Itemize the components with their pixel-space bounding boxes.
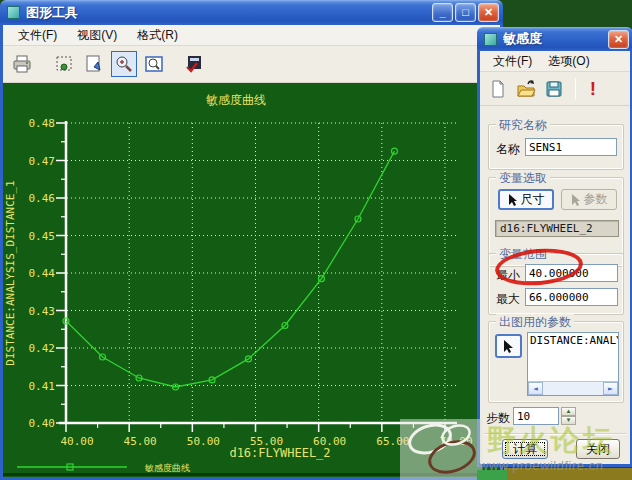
plot-params-group-label: 出图用的参数 — [496, 314, 574, 331]
dialog-close-button[interactable]: ✕ — [608, 30, 629, 49]
name-label: 名称 — [496, 141, 520, 158]
dialog-title: 敏感度 — [503, 30, 606, 48]
max-label: 最大 — [496, 291, 520, 308]
screen: 图形工具 _ □ ✕ 文件(F) 视图(V) 格式(R) — [0, 0, 632, 480]
plot-params-listbox[interactable]: DISTANCE:ANALY ◄ ► — [527, 332, 619, 396]
spin-up-icon[interactable]: ▲ — [561, 407, 576, 416]
svg-text:0.46: 0.46 — [29, 192, 56, 205]
save-icon[interactable] — [542, 77, 566, 101]
graph-menubar: 文件(F) 视图(V) 格式(R) — [3, 25, 500, 46]
dialog-icon — [484, 33, 497, 46]
zoom-in-icon[interactable] — [111, 51, 137, 77]
max-value-input[interactable] — [525, 288, 618, 306]
watermark-band — [477, 470, 507, 480]
new-file-icon[interactable] — [486, 77, 510, 101]
graph-window-body: 文件(F) 视图(V) 格式(R) — [0, 25, 503, 480]
compute-button[interactable]: 计算 — [502, 439, 548, 459]
sensitivity-dialog: 敏感度 ✕ 文件(F) 选项(O) ! — [477, 27, 632, 467]
select-parameter-button[interactable] — [495, 334, 522, 358]
parameter-button[interactable]: 参数 — [561, 189, 617, 210]
plot-params-group: 出图用的参数 DISTANCE:ANALY ◄ ► — [488, 321, 624, 403]
dialog-menu-file[interactable]: 文件(F) — [486, 51, 539, 72]
menu-file[interactable]: 文件(F) — [9, 25, 66, 46]
svg-text:70.00: 70.00 — [439, 435, 472, 448]
svg-text:45.00: 45.00 — [124, 435, 157, 448]
dimension-button[interactable]: 尺寸 — [498, 189, 554, 210]
svg-text:50.00: 50.00 — [187, 435, 220, 448]
svg-text:0.48: 0.48 — [29, 117, 56, 130]
list-item[interactable]: DISTANCE:ANALY — [528, 333, 618, 348]
svg-text:0.43: 0.43 — [29, 305, 56, 318]
open-folder-icon[interactable] — [514, 77, 538, 101]
grid-select-icon[interactable] — [51, 51, 77, 77]
menu-view[interactable]: 视图(V) — [68, 25, 126, 46]
steps-spinner: ▲ ▼ — [561, 407, 576, 425]
execute-icon[interactable]: ! — [581, 77, 605, 101]
close-button[interactable]: ✕ — [478, 3, 499, 22]
edit-sheet-icon[interactable] — [81, 51, 107, 77]
export-check-icon[interactable] — [181, 51, 207, 77]
toolbar-separator — [575, 78, 576, 100]
dialog-menubar: 文件(F) 选项(O) — [480, 51, 630, 72]
zoom-window-icon[interactable] — [141, 51, 167, 77]
scroll-right-icon[interactable]: ► — [603, 382, 618, 395]
variable-select-group-label: 变量选取 — [496, 170, 550, 187]
graph-window-title: 图形工具 — [26, 4, 430, 22]
dialog-titlebar[interactable]: 敏感度 ✕ — [477, 27, 632, 51]
svg-text:DISTANCE:ANALYSIS_DISTANCE_1: DISTANCE:ANALYSIS_DISTANCE_1 — [4, 180, 17, 365]
min-label: 最小 — [496, 267, 520, 284]
minimize-button[interactable]: _ — [432, 3, 453, 22]
svg-text:0.41: 0.41 — [29, 380, 56, 393]
study-name-group: 研究名称 名称 — [488, 124, 624, 170]
graph-app-icon — [7, 6, 20, 19]
spin-down-icon[interactable]: ▼ — [561, 416, 576, 425]
steps-label: 步数 — [486, 410, 510, 427]
menu-format[interactable]: 格式(R) — [128, 25, 187, 46]
graph-window-titlebar[interactable]: 图形工具 _ □ ✕ — [0, 0, 503, 25]
dialog-separator — [484, 433, 626, 435]
cursor-arrow-icon — [503, 340, 514, 353]
close-dialog-button[interactable]: 关闭 — [576, 439, 620, 459]
svg-text:0.44: 0.44 — [29, 267, 56, 280]
selected-variable-field[interactable]: d16:FLYWHEEL_2 — [495, 220, 619, 237]
cursor-arrow-icon — [508, 194, 518, 206]
steps-input[interactable] — [513, 407, 559, 425]
graph-toolbar — [3, 46, 500, 83]
svg-text:0.42: 0.42 — [29, 342, 56, 355]
dialog-body: 文件(F) 选项(O) ! 研究名称 — [477, 51, 632, 467]
svg-text:0.45: 0.45 — [29, 230, 56, 243]
min-value-input[interactable] — [525, 264, 618, 282]
svg-text:0.47: 0.47 — [29, 155, 56, 168]
print-icon[interactable] — [9, 51, 35, 77]
svg-text:0.40: 0.40 — [29, 417, 56, 430]
cursor-arrow-icon-gray — [571, 194, 581, 206]
variable-range-group: 变量范围 最小 最大 — [488, 253, 624, 315]
svg-text:敏感度曲线: 敏感度曲线 — [144, 463, 190, 473]
svg-text:65.00: 65.00 — [376, 435, 409, 448]
svg-text:d16:FLYWHEEL_2: d16:FLYWHEEL_2 — [229, 446, 330, 460]
sensitivity-chart: 0.400.410.420.430.440.450.460.470.4840.0… — [3, 83, 500, 476]
study-name-input[interactable] — [525, 138, 617, 156]
dialog-menu-options[interactable]: 选项(O) — [541, 51, 596, 72]
watermark-band — [504, 468, 632, 480]
maximize-button[interactable]: □ — [455, 3, 476, 22]
scroll-left-icon[interactable]: ◄ — [528, 382, 543, 395]
study-name-group-label: 研究名称 — [496, 117, 550, 134]
svg-text:40.00: 40.00 — [60, 435, 93, 448]
graph-tool-window: 图形工具 _ □ ✕ 文件(F) 视图(V) 格式(R) — [0, 0, 503, 480]
listbox-hscrollbar[interactable]: ◄ ► — [528, 381, 618, 395]
variable-range-group-label: 变量范围 — [496, 246, 550, 263]
svg-text:敏感度曲线: 敏感度曲线 — [206, 93, 266, 107]
chart-container: 0.400.410.420.430.440.450.460.470.4840.0… — [3, 83, 500, 477]
dialog-toolbar: ! — [480, 72, 630, 106]
